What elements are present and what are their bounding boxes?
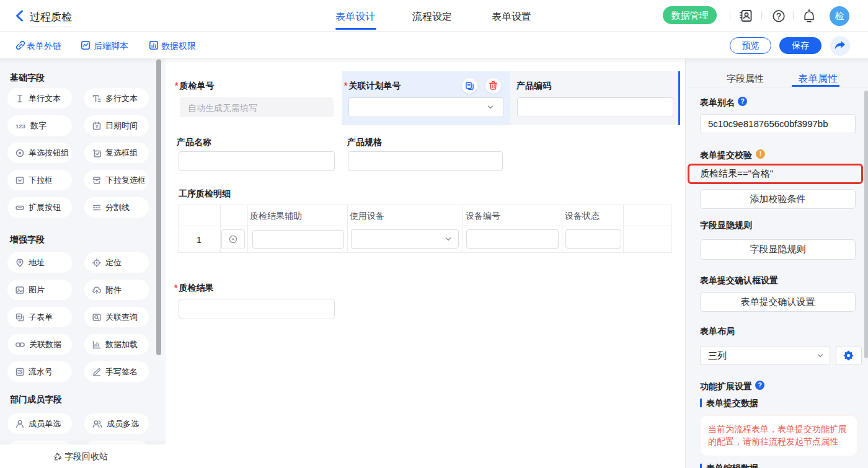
svg-text:123: 123: [16, 123, 25, 130]
